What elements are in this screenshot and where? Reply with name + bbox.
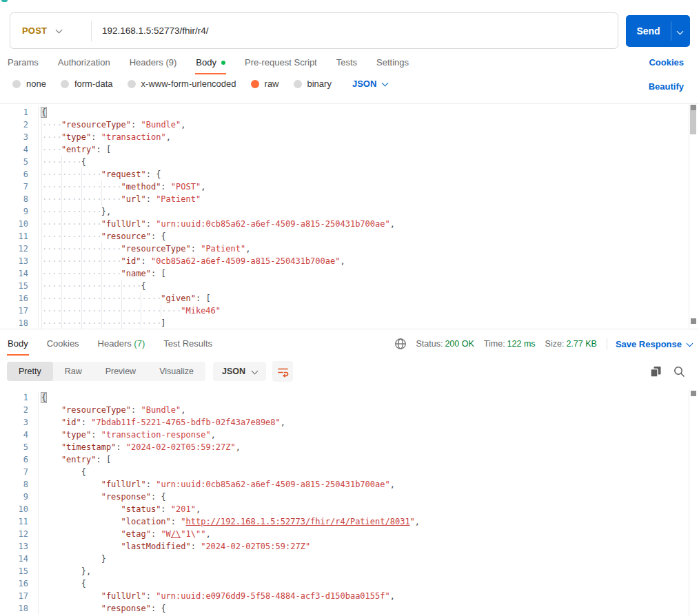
code-token: : xyxy=(146,170,156,179)
globe-icon[interactable] xyxy=(394,338,407,350)
tab-headers-9[interactable]: Headers (9) xyxy=(129,56,178,74)
status-value: 200 OK xyxy=(445,339,474,349)
code-token: "transaction" xyxy=(101,132,166,142)
cookies-link[interactable]: Cookies xyxy=(649,57,684,68)
view-tab-preview[interactable]: Preview xyxy=(94,362,148,381)
scrollbar-mark xyxy=(691,391,696,396)
code-line: 8················"url": "Patient" xyxy=(0,193,699,205)
body-mode-form-data[interactable]: form-data xyxy=(61,79,113,89)
view-tab-visualize[interactable]: Visualize xyxy=(148,362,205,381)
line-number: 9 xyxy=(0,205,39,218)
unsaved-dot-icon xyxy=(221,61,225,65)
response-tab-test-results[interactable]: Test Results xyxy=(163,337,213,356)
request-body-editor[interactable]: 1{2····"resourceType": "Bundle",3····"ty… xyxy=(0,103,699,329)
tab-body[interactable]: Body xyxy=(195,56,226,74)
indent-guide: ···· xyxy=(41,292,62,305)
indent-guide: ···· xyxy=(41,205,62,218)
line-number: 18 xyxy=(0,602,39,615)
request-format-dropdown[interactable]: JSON xyxy=(352,79,387,89)
code-token: , xyxy=(205,529,210,539)
tab-authorization[interactable]: Authorization xyxy=(57,56,111,74)
response-format-dropdown[interactable]: JSON xyxy=(213,362,266,381)
indent-guide: ···· xyxy=(61,305,82,317)
search-icon[interactable] xyxy=(673,366,685,378)
code-token: "id" xyxy=(61,418,81,427)
indent-guide: ···· xyxy=(101,193,122,205)
code-token: "2024-02-02T05:59:27Z" xyxy=(201,542,310,551)
code-line: 14} xyxy=(0,553,699,565)
tab-count: (7) xyxy=(132,338,145,349)
code-token: : xyxy=(191,244,201,254)
code-token: : xyxy=(161,504,170,514)
body-mode-none[interactable]: none xyxy=(12,79,46,89)
code-token: "urn:uuid:e0976dd9-5f58-4884-acf3-d150ba… xyxy=(156,591,390,601)
status-label: Status: xyxy=(416,339,443,349)
send-dropdown-icon[interactable] xyxy=(677,28,684,34)
code-token: "type" xyxy=(61,430,91,440)
code-token: }, xyxy=(81,566,91,576)
code-content: "timestamp": "2024-02-02T05:59:27Z", xyxy=(39,441,241,453)
code-token: "transaction-response" xyxy=(101,430,211,440)
line-number: 15 xyxy=(0,565,39,577)
code-line: 6"entry": [ xyxy=(0,453,699,466)
send-button[interactable]: Send xyxy=(626,15,690,47)
tab-pre-request-script[interactable]: Pre-request Script xyxy=(244,56,318,74)
code-token: "POST" xyxy=(171,182,201,192)
code-token: "name" xyxy=(121,269,151,278)
line-number: 10 xyxy=(0,503,39,515)
code-content: "response": { xyxy=(39,491,166,503)
code-token: { xyxy=(156,170,161,179)
tab-settings[interactable]: Settings xyxy=(376,56,409,74)
wrap-text-button[interactable] xyxy=(272,361,293,382)
response-editor-scrollbar[interactable] xyxy=(689,389,697,615)
code-token: : xyxy=(96,455,105,464)
size-label: Size: xyxy=(545,339,565,349)
indent-guide: ···· xyxy=(41,181,62,193)
code-line: 12"etag": "W/\"1\"", xyxy=(0,528,699,540)
indent-guide: ···· xyxy=(41,143,62,156)
request-editor-scrollbar[interactable] xyxy=(689,104,697,329)
response-link[interactable]: /\ xyxy=(171,529,181,539)
code-line: 11············"resource": { xyxy=(0,230,699,243)
copy-icon[interactable] xyxy=(650,366,662,378)
code-token: "entry" xyxy=(61,145,97,154)
view-tab-raw[interactable]: Raw xyxy=(53,362,94,381)
code-content: "resourceType": "Bundle", xyxy=(39,404,186,416)
code-content: ············}, xyxy=(39,205,111,218)
code-token: : xyxy=(116,442,125,452)
code-token: , xyxy=(211,430,216,440)
response-tab-body[interactable]: Body xyxy=(7,337,29,356)
code-token: "1\"" xyxy=(181,529,205,539)
tab-params[interactable]: Params xyxy=(7,56,39,74)
code-line: 9············}, xyxy=(0,205,699,218)
tab-tests[interactable]: Tests xyxy=(336,56,358,74)
code-content: }, xyxy=(39,565,91,577)
code-token: "resourceType" xyxy=(61,405,131,415)
code-token: { xyxy=(41,107,46,117)
beautify-link[interactable]: Beautify xyxy=(649,81,684,92)
code-content: "entry": [ xyxy=(39,453,111,466)
indent-guide: ···· xyxy=(41,280,62,292)
indent-guide: ···· xyxy=(121,280,142,292)
save-response-button[interactable]: Save Response xyxy=(616,339,692,349)
view-tab-pretty[interactable]: Pretty xyxy=(7,362,53,381)
divider xyxy=(607,338,607,350)
url-input[interactable]: 192.168.1.5:52773/fhir/r4/ xyxy=(93,25,209,36)
response-body-editor[interactable]: 1{2"resourceType": "Bundle",3"id": "7bda… xyxy=(0,389,699,616)
response-tab-headers[interactable]: Headers (7) xyxy=(97,337,146,356)
code-token: "resourceType" xyxy=(61,120,131,130)
indent-guide: ···· xyxy=(41,156,62,168)
body-mode-x-www-form-urlencoded[interactable]: x-www-form-urlencoded xyxy=(128,79,236,89)
line-number: 11 xyxy=(0,230,39,243)
body-mode-binary[interactable]: binary xyxy=(294,79,332,89)
code-token: : xyxy=(196,294,205,303)
code-token: [ xyxy=(106,145,111,154)
code-token: "resourceType" xyxy=(121,244,191,254)
code-content: ················"url": "Patient" xyxy=(39,193,201,205)
code-token: " xyxy=(410,517,415,526)
body-mode-raw[interactable]: raw xyxy=(251,79,279,89)
response-tab-cookies[interactable]: Cookies xyxy=(46,337,80,356)
request-url-bar: POST 192.168.1.5:52773/fhir/r4/ xyxy=(10,12,618,49)
method-dropdown[interactable]: POST xyxy=(10,25,90,36)
response-link[interactable]: http://192.168.1.5:52773/fhir/r4/Patient… xyxy=(186,517,410,526)
